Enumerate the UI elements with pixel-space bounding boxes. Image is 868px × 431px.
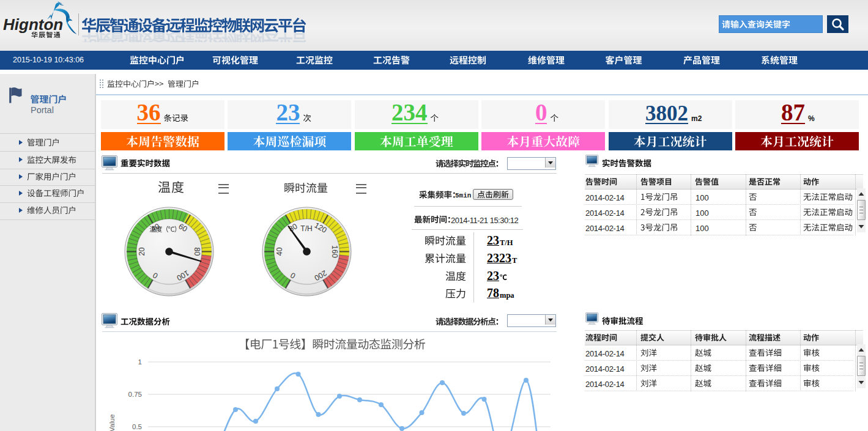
svg-text:1: 1 bbox=[138, 358, 142, 366]
svg-text:0.75: 0.75 bbox=[128, 391, 142, 398]
svg-text:0.5: 0.5 bbox=[132, 423, 142, 430]
svg-text:Value: Value bbox=[108, 414, 116, 431]
